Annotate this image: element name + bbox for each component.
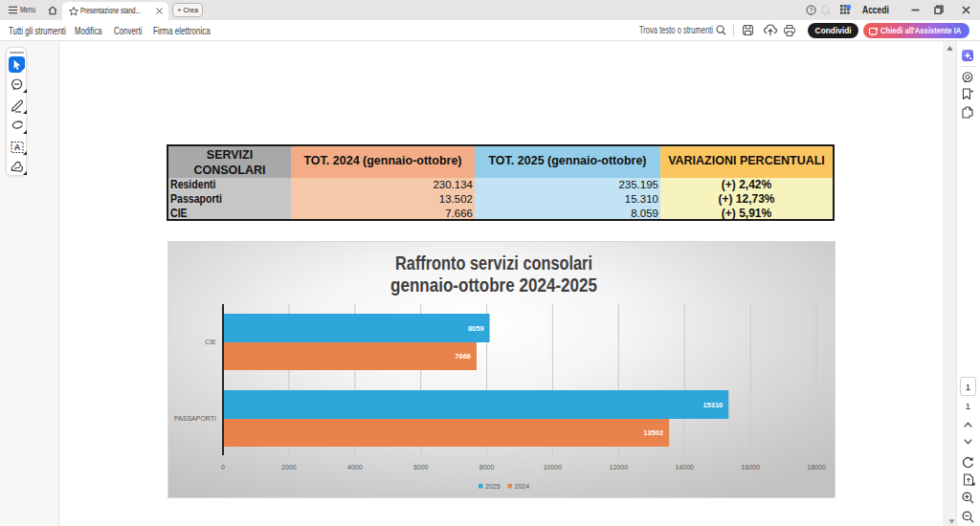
- svg-text:4000: 4000: [347, 464, 363, 471]
- svg-text:16000: 16000: [741, 464, 760, 471]
- svg-text:18000: 18000: [807, 464, 826, 471]
- svg-text:12000: 12000: [610, 464, 629, 471]
- svg-text:7666: 7666: [455, 352, 471, 361]
- svg-text:CIE: CIE: [205, 339, 216, 345]
- svg-text:13502: 13502: [643, 428, 663, 437]
- svg-text:8059: 8059: [468, 324, 484, 333]
- svg-text:PASSAPORTI: PASSAPORTI: [174, 415, 216, 422]
- svg-text:?: ?: [810, 7, 813, 13]
- svg-text:8000: 8000: [479, 464, 495, 471]
- svg-text:A: A: [14, 142, 21, 152]
- svg-text:15310: 15310: [702, 401, 723, 409]
- svg-text:2000: 2000: [281, 464, 297, 471]
- svg-text:0: 0: [221, 464, 225, 471]
- svg-text:2024: 2024: [515, 483, 530, 490]
- svg-text:Raffronto servizi consolari: Raffronto servizi consolari: [395, 252, 592, 274]
- svg-text:2025: 2025: [485, 483, 501, 490]
- svg-text:10000: 10000: [544, 464, 563, 471]
- svg-text:6000: 6000: [413, 464, 429, 471]
- svg-text:gennaio-ottobre 2024-2025: gennaio-ottobre 2024-2025: [390, 274, 597, 296]
- svg-text:14000: 14000: [675, 464, 694, 471]
